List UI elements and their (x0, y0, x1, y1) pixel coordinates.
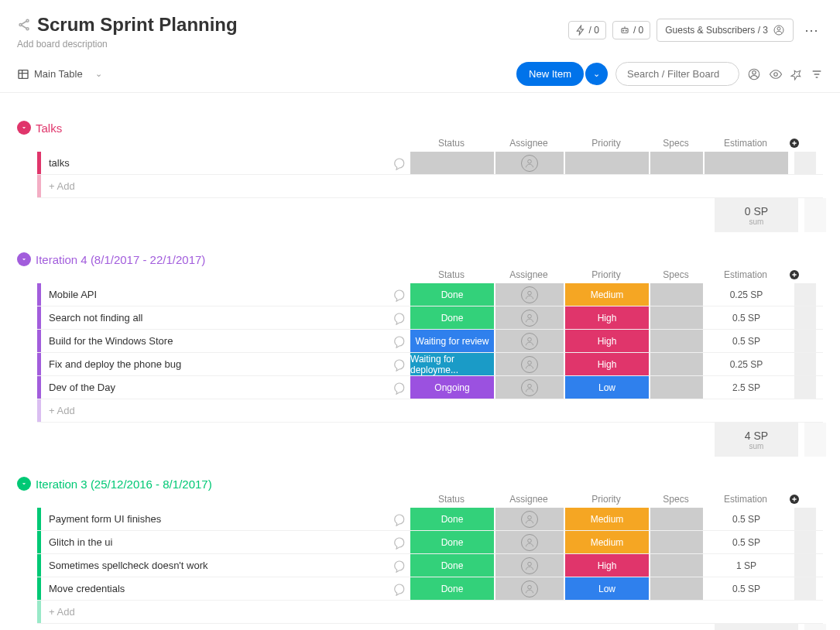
assignee-cell[interactable] (495, 508, 564, 530)
add-item[interactable]: + Add (41, 606, 75, 618)
priority-cell[interactable]: High (565, 330, 649, 352)
column-header-priority[interactable]: Priority (564, 269, 649, 280)
estimation-cell[interactable] (705, 152, 788, 174)
column-header-assignee[interactable]: Assignee (494, 138, 564, 149)
chat-icon[interactable] (389, 306, 409, 329)
item-name[interactable]: Move credentials (41, 577, 389, 600)
status-cell[interactable]: Done (410, 577, 494, 600)
estimation-cell[interactable]: 0.5 SP (705, 577, 788, 600)
item-name[interactable]: Fix and deploy the phone bug (41, 353, 389, 375)
estimation-cell[interactable]: 2.5 SP (705, 376, 788, 399)
assignee-cell[interactable] (495, 554, 564, 577)
specs-cell[interactable] (650, 152, 703, 174)
specs-cell[interactable] (650, 330, 703, 352)
new-item-button[interactable]: New Item (516, 62, 584, 86)
table-row[interactable]: Move credentials Done Low 0.5 SP (37, 577, 823, 601)
assignee-cell[interactable] (495, 283, 564, 306)
table-row[interactable]: Payment form UI finishes Done Medium 0.5… (37, 508, 823, 531)
group-title[interactable]: Talks (36, 122, 62, 135)
status-cell[interactable]: Done (410, 283, 494, 306)
assignee-cell[interactable] (495, 376, 564, 399)
specs-cell[interactable] (650, 353, 703, 375)
column-header-assignee[interactable]: Assignee (494, 269, 564, 280)
item-name[interactable]: Build for the Windows Store (41, 330, 389, 352)
priority-cell[interactable]: Medium (565, 531, 649, 553)
column-header-status[interactable]: Status (409, 269, 494, 280)
table-row[interactable]: Mobile API Done Medium 0.25 SP (37, 283, 823, 306)
item-name[interactable]: Sometimes spellcheck doesn't work (41, 554, 389, 577)
column-header-assignee[interactable]: Assignee (494, 494, 564, 505)
item-name[interactable]: Glitch in the ui (41, 531, 389, 553)
specs-cell[interactable] (650, 531, 703, 553)
filter-icon[interactable] (811, 68, 823, 80)
column-header-priority[interactable]: Priority (564, 138, 649, 149)
share-icon[interactable] (17, 18, 31, 32)
column-header-estimation[interactable]: Estimation (703, 494, 788, 505)
automations-pill[interactable]: / 0 (568, 21, 606, 39)
specs-cell[interactable] (650, 554, 703, 577)
add-column-icon[interactable] (788, 137, 811, 149)
priority-cell[interactable]: Low (565, 376, 649, 399)
specs-cell[interactable] (650, 283, 703, 306)
status-cell[interactable]: Waiting for deployme... (410, 353, 494, 375)
assignee-cell[interactable] (495, 353, 564, 375)
eye-icon[interactable] (769, 67, 783, 81)
estimation-cell[interactable]: 0.25 SP (705, 283, 788, 306)
chat-icon[interactable] (389, 531, 409, 553)
estimation-cell[interactable]: 0.5 SP (705, 330, 788, 352)
table-row[interactable]: Fix and deploy the phone bug Waiting for… (37, 353, 823, 376)
estimation-cell[interactable]: 0.5 SP (705, 508, 788, 530)
add-item[interactable]: + Add (41, 405, 75, 416)
chat-icon[interactable] (389, 152, 409, 174)
estimation-cell[interactable]: 0.25 SP (705, 353, 788, 375)
person-filter-icon[interactable] (747, 67, 761, 81)
table-row[interactable]: Build for the Windows Store Waiting for … (37, 330, 823, 353)
column-header-priority[interactable]: Priority (564, 494, 649, 505)
guests-subscribers-pill[interactable]: Guests & Subscribers / 3 (657, 19, 794, 42)
chat-icon[interactable] (389, 508, 409, 530)
chat-icon[interactable] (389, 283, 409, 306)
estimation-cell[interactable]: 1 SP (705, 554, 788, 577)
add-column-icon[interactable] (788, 269, 811, 281)
column-header-status[interactable]: Status (409, 138, 494, 149)
assignee-cell[interactable] (495, 306, 564, 329)
column-header-estimation[interactable]: Estimation (703, 138, 788, 149)
specs-cell[interactable] (650, 376, 703, 399)
priority-cell[interactable]: Medium (565, 283, 649, 306)
item-name[interactable]: Search not finding all (41, 306, 389, 329)
priority-cell[interactable]: High (565, 554, 649, 577)
status-cell[interactable] (410, 152, 494, 174)
column-header-specs[interactable]: Specs (649, 138, 703, 149)
item-name[interactable]: talks (41, 152, 389, 174)
status-cell[interactable]: Done (410, 554, 494, 577)
specs-cell[interactable] (650, 577, 703, 600)
add-column-icon[interactable] (788, 493, 811, 505)
status-cell[interactable]: Ongoing (410, 376, 494, 399)
item-name[interactable]: Payment form UI finishes (41, 508, 389, 530)
group-title[interactable]: Iteration 3 (25/12/2016 - 8/1/2017) (36, 478, 212, 491)
specs-cell[interactable] (650, 508, 703, 530)
table-row[interactable]: Search not finding all Done High 0.5 SP (37, 306, 823, 330)
search-input[interactable] (615, 62, 739, 86)
integrations-pill[interactable]: / 0 (612, 21, 650, 39)
column-header-specs[interactable]: Specs (649, 269, 703, 280)
status-cell[interactable]: Waiting for review (410, 330, 494, 352)
more-icon[interactable]: ⋯ (800, 22, 823, 39)
priority-cell[interactable]: Medium (565, 508, 649, 530)
group-title[interactable]: Iteration 4 (8/1/2017 - 22/1/2017) (36, 253, 205, 266)
chat-icon[interactable] (389, 330, 409, 352)
pin-icon[interactable] (790, 68, 803, 80)
status-cell[interactable]: Done (410, 508, 494, 530)
item-name[interactable]: Mobile API (41, 283, 389, 306)
assignee-cell[interactable] (495, 330, 564, 352)
chat-icon[interactable] (389, 554, 409, 577)
chat-icon[interactable] (389, 376, 409, 399)
priority-cell[interactable]: Low (565, 577, 649, 600)
table-row[interactable]: Dev of the Day Ongoing Low 2.5 SP (37, 376, 823, 399)
column-header-status[interactable]: Status (409, 494, 494, 505)
add-item[interactable]: + Add (41, 180, 75, 192)
assignee-cell[interactable] (495, 577, 564, 600)
estimation-cell[interactable]: 0.5 SP (705, 531, 788, 553)
new-item-dropdown[interactable]: ⌄ (585, 63, 608, 85)
table-row[interactable]: Sometimes spellcheck doesn't work Done H… (37, 554, 823, 577)
